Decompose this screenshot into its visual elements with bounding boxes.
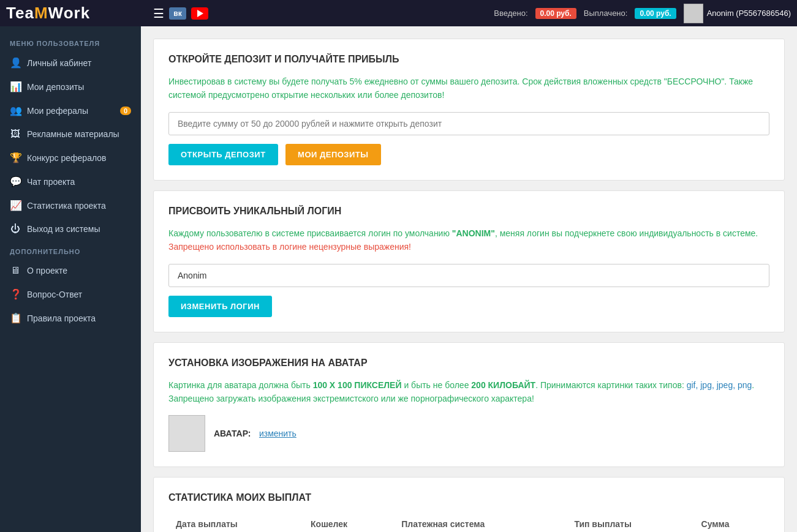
stats-icon: 📈 (10, 200, 21, 211)
col-date: Дата выплаты (168, 513, 303, 532)
sidebar-item-deposits[interactable]: 📊 Мои депозиты (0, 75, 141, 99)
my-deposits-button[interactable]: МОИ ДЕПОЗИТЫ (285, 144, 380, 165)
avatar-title: УСТАНОВКА ИЗОБРАЖЕНИЯ НА АВАТАР (168, 358, 769, 369)
sidebar-item-chat[interactable]: 💬 Чат проекта (0, 170, 141, 193)
paid-label: Выплачено: (584, 9, 628, 18)
deposit-input[interactable] (168, 112, 769, 135)
sidebar-label-contest: Конкурс рефералов (27, 153, 106, 163)
sidebar-section-user: МЕНЮ ПОЛЬЗОВАТЕЛЯ (0, 32, 141, 51)
sidebar-label-stats: Статистика проекта (27, 201, 106, 211)
sidebar-label-chat: Чат проекта (27, 177, 75, 187)
sidebar-item-stats[interactable]: 📈 Статистика проекта (0, 193, 141, 217)
open-deposit-button[interactable]: ОТКРЫТЬ ДЕПОЗИТ (168, 144, 278, 165)
user-icon: 👤 (10, 57, 21, 69)
avatar-change-link[interactable]: изменить (259, 429, 297, 438)
chat-icon: 💬 (10, 176, 21, 187)
sidebar-item-rules[interactable]: 📋 Правила проекта (0, 306, 141, 330)
sidebar: МЕНЮ ПОЛЬЗОВАТЕЛЯ 👤 Личный кабинет 📊 Мои… (0, 26, 141, 532)
logout-icon: ⏻ (10, 223, 21, 234)
col-wallet: Кошелек (303, 513, 394, 532)
sidebar-label-ads: Рекламные материалы (27, 129, 119, 139)
rules-icon: 📋 (10, 312, 21, 324)
youtube-icon[interactable] (191, 7, 208, 20)
avatar-preview-image (168, 415, 205, 452)
col-amount: Сумма (694, 513, 769, 532)
stats-title: СТАТИСТИКА МОИХ ВЫПЛАТ (168, 492, 769, 503)
introduced-value: 0.00 руб. (535, 8, 576, 19)
col-payment-system: Платежная система (394, 513, 567, 532)
stats-table: Дата выплаты Кошелек Платежная система Т… (168, 513, 769, 532)
sidebar-label-personal: Личный кабинет (27, 58, 91, 68)
content-area: ОТКРОЙТЕ ДЕПОЗИТ И ПОЛУЧАЙТЕ ПРИБЫЛЬ Инв… (141, 26, 797, 532)
sidebar-label-logout: Выход из системы (27, 224, 100, 234)
sidebar-item-referrals[interactable]: 👥 Мои рефералы 0 (0, 99, 141, 122)
sidebar-label-rules: Правила проекта (27, 313, 96, 323)
login-card: ПРИСВОИТЬ УНИКАЛЬНЫЙ ЛОГИН Каждому польз… (153, 190, 785, 332)
sidebar-label-deposits: Мои депозиты (27, 82, 84, 92)
deposit-description: Инвестировав в систему вы будете получат… (168, 75, 769, 102)
contest-icon: 🏆 (10, 152, 21, 163)
sidebar-label-about: О проекте (27, 266, 67, 275)
play-icon (197, 10, 203, 17)
deposit-card: ОТКРОЙТЕ ДЕПОЗИТ И ПОЛУЧАЙТЕ ПРИБЫЛЬ Инв… (153, 39, 785, 181)
col-type: Тип выплаты (567, 513, 693, 532)
main-layout: МЕНЮ ПОЛЬЗОВАТЕЛЯ 👤 Личный кабинет 📊 Мои… (0, 26, 797, 532)
introduced-label: Введено: (494, 9, 527, 18)
sidebar-item-faq[interactable]: ❓ Вопрос-Ответ (0, 282, 141, 306)
sidebar-item-contest[interactable]: 🏆 Конкурс рефералов (0, 146, 141, 170)
about-icon: 🖥 (10, 265, 21, 276)
logo: TeaMWork (6, 4, 147, 23)
avatar-description: Картинка для аватара должна быть 100 X 1… (168, 378, 769, 406)
user-name: Anonim (P5567686546) (707, 9, 791, 18)
login-title: ПРИСВОИТЬ УНИКАЛЬНЫЙ ЛОГИН (168, 206, 769, 217)
sidebar-label-referrals: Мои рефералы (27, 106, 88, 116)
avatar (684, 4, 703, 23)
login-input[interactable] (168, 264, 769, 287)
user-profile[interactable]: Anonim (P5567686546) (684, 4, 791, 23)
header-right: Введено: 0.00 руб. Выплачено: 0.00 руб. … (494, 4, 791, 23)
sidebar-section-extra: ДОПОЛНИТЕЛЬНО (0, 241, 141, 259)
referrals-icon: 👥 (10, 105, 21, 116)
ads-icon: 🖼 (10, 129, 21, 140)
login-description: Каждому пользователю в системе присваива… (168, 227, 769, 254)
header: TeaMWork ☰ вк Введено: 0.00 руб. Выплаче… (0, 0, 797, 26)
stats-card: СТАТИСТИКА МОИХ ВЫПЛАТ Дата выплаты Коше… (153, 477, 785, 532)
deposit-title: ОТКРОЙТЕ ДЕПОЗИТ И ПОЛУЧАЙТЕ ПРИБЫЛЬ (168, 54, 769, 65)
sidebar-item-logout[interactable]: ⏻ Выход из системы (0, 217, 141, 241)
sidebar-item-about[interactable]: 🖥 О проекте (0, 259, 141, 282)
sidebar-item-ads[interactable]: 🖼 Рекламные материалы (0, 122, 141, 146)
avatar-label: АВАТАР: (214, 429, 251, 438)
avatar-card: УСТАНОВКА ИЗОБРАЖЕНИЯ НА АВАТАР Картинка… (153, 342, 785, 468)
vk-icon[interactable]: вк (169, 7, 186, 20)
avatar-row: АВАТАР: изменить (168, 415, 769, 452)
change-login-button[interactable]: ИЗМЕНИТЬ ЛОГИН (168, 296, 272, 317)
avatar-info: АВАТАР: изменить (214, 428, 297, 439)
sidebar-item-personal[interactable]: 👤 Личный кабинет (0, 51, 141, 75)
deposits-icon: 📊 (10, 81, 21, 92)
sidebar-label-faq: Вопрос-Ответ (27, 290, 82, 299)
faq-icon: ❓ (10, 288, 21, 300)
header-icons: ☰ вк (153, 6, 494, 21)
referrals-badge: 0 (120, 107, 131, 115)
menu-toggle-icon[interactable]: ☰ (153, 6, 164, 21)
paid-value: 0.00 руб. (635, 8, 676, 19)
